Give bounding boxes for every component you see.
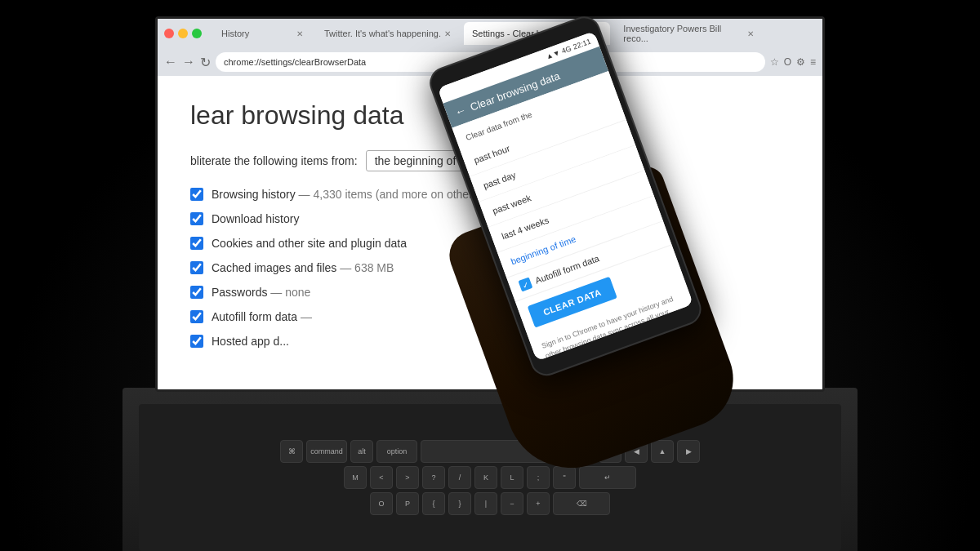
- key[interactable]: alt: [350, 440, 373, 463]
- passwords-checkbox[interactable]: [190, 286, 203, 299]
- key[interactable]: −: [501, 492, 523, 515]
- forward-button[interactable]: →: [182, 55, 195, 69]
- autofill-checkbox[interactable]: [190, 310, 203, 323]
- tab-twitter[interactable]: Twitter. It's what's happening. ✕: [316, 22, 459, 45]
- url-text: chrome://settings/clearBrowserData: [224, 57, 366, 67]
- enter-key[interactable]: ↵: [579, 466, 636, 489]
- obliterate-label: bliterate the following items from:: [190, 154, 358, 167]
- key[interactable]: K: [474, 466, 497, 489]
- tab-label: History: [221, 29, 249, 38]
- tab-close-icon[interactable]: ✕: [296, 29, 303, 38]
- item-detail: — 638 MB: [340, 261, 394, 274]
- tab-label: Investigatory Powers Bill reco...: [623, 24, 744, 43]
- key[interactable]: {: [422, 492, 445, 515]
- key[interactable]: }: [448, 492, 471, 515]
- omnibar-actions: ☆ O ⚙ ≡: [770, 56, 816, 68]
- cache-checkbox[interactable]: [190, 261, 203, 274]
- item-label: Cached images and files — 638 MB: [212, 261, 394, 274]
- key[interactable]: /: [448, 466, 471, 489]
- hosted-app-checkbox[interactable]: [190, 335, 203, 348]
- keyboard-area: ⌘ command alt option option alt ◀ ▲ ▶ M …: [139, 404, 841, 551]
- traffic-lights: [164, 29, 202, 38]
- back-arrow-icon[interactable]: ←: [453, 103, 469, 119]
- star-icon[interactable]: ☆: [770, 56, 779, 68]
- chrome-titlebar: History ✕ Twitter. It's what's happening…: [158, 19, 822, 48]
- item-label: Cookies and other site and plugin data: [212, 237, 407, 250]
- key[interactable]: ▶: [677, 440, 700, 463]
- key[interactable]: P: [396, 492, 419, 515]
- opera-icon[interactable]: O: [784, 56, 791, 68]
- laptop-base: ⌘ command alt option option alt ◀ ▲ ▶ M …: [122, 388, 858, 551]
- tab-close-icon[interactable]: ✕: [444, 29, 451, 38]
- keyboard-row-2: M < > ? / K L ; " ↵: [344, 466, 636, 489]
- item-label: Passwords — none: [212, 286, 310, 299]
- key[interactable]: M: [344, 466, 367, 489]
- key[interactable]: <: [370, 466, 393, 489]
- minimize-button[interactable]: [178, 29, 188, 38]
- item-detail: —: [301, 310, 312, 323]
- tab-history[interactable]: History ✕: [213, 22, 311, 45]
- key[interactable]: O: [370, 492, 393, 515]
- key[interactable]: ;: [527, 466, 550, 489]
- key[interactable]: ": [553, 466, 576, 489]
- extensions-icon[interactable]: ⚙: [796, 56, 805, 68]
- menu-icon[interactable]: ≡: [810, 56, 816, 68]
- item-detail: — none: [270, 286, 310, 299]
- tab-close-icon[interactable]: ✕: [747, 29, 754, 38]
- browsing-history-checkbox[interactable]: [190, 188, 203, 201]
- item-label: Hosted app d...: [212, 335, 289, 348]
- cookies-checkbox[interactable]: [190, 237, 203, 250]
- maximize-button[interactable]: [192, 29, 202, 38]
- download-history-checkbox[interactable]: [190, 212, 203, 225]
- item-label: Autofill form data —: [212, 310, 312, 323]
- key[interactable]: ?: [422, 466, 445, 489]
- key[interactable]: |: [474, 492, 497, 515]
- key[interactable]: L: [501, 466, 523, 489]
- tab-label: Twitter. It's what's happening.: [324, 29, 441, 38]
- refresh-button[interactable]: ↻: [200, 55, 211, 70]
- item-label: Download history: [212, 212, 299, 225]
- back-button[interactable]: ←: [164, 55, 177, 69]
- delete-key[interactable]: ⌫: [553, 492, 610, 515]
- key[interactable]: ▲: [651, 440, 674, 463]
- time-display: 22:11: [572, 38, 592, 51]
- key[interactable]: >: [396, 466, 419, 489]
- key[interactable]: ⌘: [280, 440, 303, 463]
- key[interactable]: command: [306, 440, 347, 463]
- close-button[interactable]: [164, 29, 174, 38]
- phone-autofill-checkbox[interactable]: ✓: [518, 278, 532, 292]
- key[interactable]: +: [527, 492, 550, 515]
- key[interactable]: option: [376, 440, 417, 463]
- keyboard-row-3: O P { } | − + ⌫: [370, 492, 610, 515]
